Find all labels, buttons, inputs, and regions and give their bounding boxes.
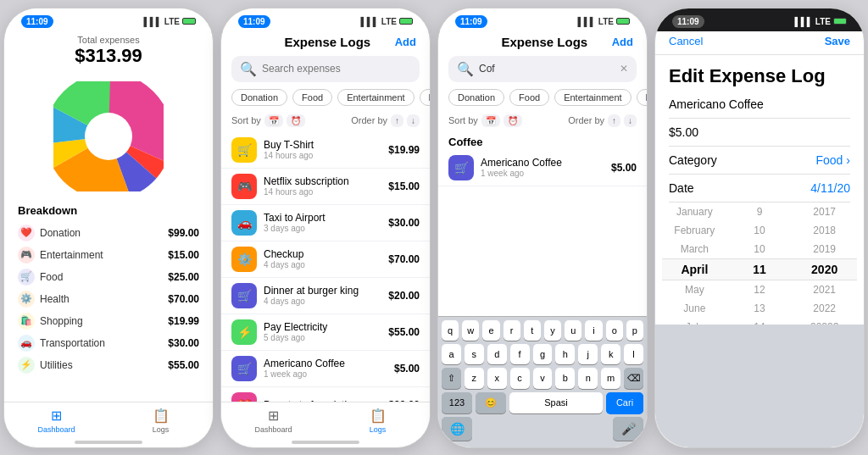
key-k[interactable]: k (601, 344, 620, 364)
key-w[interactable]: w (462, 320, 479, 341)
key-t[interactable]: t (524, 320, 541, 341)
search-input-3[interactable] (479, 63, 615, 75)
chip-food-2[interactable]: Food (292, 89, 332, 106)
month-feb[interactable]: February (669, 225, 720, 236)
year-2019[interactable]: 2019 (799, 243, 850, 255)
key-backspace[interactable]: ⌫ (624, 368, 643, 389)
key-p[interactable]: p (626, 320, 643, 341)
year-2022[interactable]: 2022 (799, 302, 850, 314)
month-june[interactable]: June (669, 302, 720, 314)
key-r[interactable]: r (504, 320, 520, 341)
expense-item[interactable]: ❤️ Donate to foundation $99.00 (221, 387, 430, 402)
key-e[interactable]: e (482, 320, 499, 341)
search-input-2[interactable] (262, 63, 411, 75)
key-o[interactable]: o (606, 320, 623, 341)
expense-item[interactable]: ⚙️ Checkup 4 days ago $70.00 (221, 241, 430, 278)
result-item-info: Americano Coffee 1 week ago (481, 157, 604, 178)
year-2017[interactable]: 2017 (799, 206, 850, 218)
chip-health-2[interactable]: Heal (420, 89, 430, 106)
key-n[interactable]: n (578, 368, 598, 389)
key-l[interactable]: l (624, 344, 643, 364)
key-b[interactable]: b (555, 368, 575, 389)
chip-food-3[interactable]: Food (509, 89, 549, 106)
category-row[interactable]: Category Food › (669, 147, 850, 175)
key-m[interactable]: m (601, 368, 620, 389)
logs-title-3: Expense Logs (477, 35, 612, 49)
key-space[interactable]: Spasi (509, 392, 603, 413)
day-10b[interactable]: 10 (734, 243, 785, 255)
expense-item[interactable]: 🛒 Dinner at burger king 4 days ago $20.0… (221, 278, 430, 314)
date-picker[interactable]: January 9 2017 February 10 2018 March 10… (655, 203, 864, 325)
month-may[interactable]: May (669, 284, 720, 296)
expense-amount-field[interactable]: $5.00 (669, 119, 850, 147)
key-shift[interactable]: ⇧ (442, 368, 461, 389)
key-x[interactable]: x (487, 368, 507, 389)
key-j[interactable]: j (578, 344, 598, 364)
order-desc-btn-2[interactable]: ↓ (407, 114, 420, 127)
chip-health-3[interactable]: Heal (637, 89, 647, 106)
key-h[interactable]: h (555, 344, 575, 364)
tab-dashboard-1[interactable]: ⊞ Dashboard (4, 408, 108, 434)
add-button[interactable]: Add (395, 36, 416, 48)
expense-item[interactable]: 🎮 Netflix subscription 14 hours ago $15.… (221, 169, 430, 205)
sort-calendar-btn-3[interactable]: 📅 (481, 114, 500, 127)
month-jan[interactable]: January (669, 206, 720, 218)
expense-item[interactable]: 🛒 Americano Coffee 1 week ago $5.00 (221, 351, 430, 387)
day-11-selected[interactable]: 11 (734, 263, 785, 276)
sort-filter-btn-2[interactable]: ⏰ (287, 114, 305, 127)
day-13[interactable]: 13 (734, 302, 785, 314)
key-mic[interactable]: 🎤 (613, 417, 643, 441)
key-emoji[interactable]: 😊 (476, 392, 506, 413)
day-10[interactable]: 10 (734, 225, 785, 236)
order-asc-btn-3[interactable]: ↑ (608, 114, 620, 127)
order-desc-btn-3[interactable]: ↓ (624, 114, 637, 127)
month-march[interactable]: March (669, 243, 720, 255)
key-f[interactable]: f (510, 344, 530, 364)
key-v[interactable]: v (533, 368, 553, 389)
chip-donation-3[interactable]: Donation (448, 89, 504, 106)
key-u[interactable]: u (565, 320, 581, 341)
key-i[interactable]: i (585, 320, 602, 341)
tab-logs-1[interactable]: 📋 Logs (108, 408, 213, 434)
breakdown-icon: 🚗 (18, 335, 35, 352)
expense-item[interactable]: ⚡ Pay Electricity 5 days ago $55.00 (221, 314, 430, 351)
phone-logs: 11:09 ▌▌▌ LTE Expense Logs Add 🔍 Donatio… (220, 8, 431, 448)
month-april-selected[interactable]: April (669, 263, 720, 276)
chip-entertainment-2[interactable]: Entertainment (337, 89, 414, 106)
key-y[interactable]: y (544, 320, 561, 341)
search-result-item[interactable]: 🛒 Americano Coffee 1 week ago $5.00 (438, 150, 647, 186)
key-d[interactable]: d (487, 344, 507, 364)
key-s[interactable]: s (465, 344, 484, 364)
order-asc-btn-2[interactable]: ↑ (391, 114, 403, 127)
expense-item[interactable]: 🚗 Taxi to Airport 3 days ago $30.00 (221, 205, 430, 241)
chip-entertainment-3[interactable]: Entertainment (554, 89, 631, 106)
tab-logs-2[interactable]: 📋 Logs (326, 408, 430, 434)
sort-calendar-btn-2[interactable]: 📅 (264, 114, 283, 127)
save-button[interactable]: Save (825, 35, 850, 47)
year-2018[interactable]: 2018 (799, 225, 850, 236)
expense-name-field[interactable]: Americano Coffee (669, 91, 850, 119)
cancel-button[interactable]: Cancel (669, 35, 703, 47)
key-g[interactable]: g (533, 344, 553, 364)
search-bar-3[interactable]: 🔍 ✕ (448, 56, 637, 82)
day-12[interactable]: 12 (734, 284, 785, 296)
key-search[interactable]: Cari (606, 392, 643, 413)
key-c[interactable]: c (510, 368, 530, 389)
search-bar-2[interactable]: 🔍 (231, 56, 420, 82)
year-2020-selected[interactable]: 2020 (799, 263, 850, 276)
key-q[interactable]: q (442, 320, 459, 341)
tab-dashboard-2[interactable]: ⊞ Dashboard (221, 408, 326, 434)
add-button-3[interactable]: Add (612, 36, 633, 48)
expense-item[interactable]: 🛒 Buy T-Shirt 14 hours ago $19.99 (221, 132, 430, 169)
breakdown-icon: 🛍️ (18, 313, 35, 330)
key-z[interactable]: z (465, 368, 484, 389)
year-2021[interactable]: 2021 (799, 284, 850, 296)
clear-search-btn[interactable]: ✕ (620, 63, 628, 75)
key-globe[interactable]: 🌐 (442, 417, 472, 441)
date-value[interactable]: 4/11/20 (810, 181, 850, 195)
key-num[interactable]: 123 (442, 392, 472, 413)
day-9[interactable]: 9 (734, 206, 785, 218)
key-a[interactable]: a (442, 344, 461, 364)
sort-filter-btn-3[interactable]: ⏰ (504, 114, 522, 127)
chip-donation-2[interactable]: Donation (231, 89, 287, 106)
